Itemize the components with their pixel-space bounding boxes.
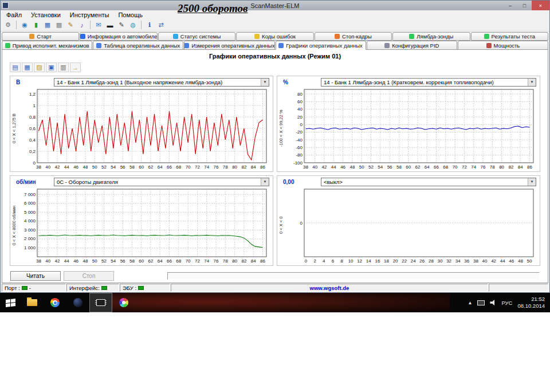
tab-vehicle-info[interactable]: Информация о автомобиле [80,32,157,41]
tab-label: Графики оперативных данных [286,42,363,49]
svg-text:0,4: 0,4 [29,138,36,143]
music-icon[interactable]: ♪ [77,20,87,30]
tab-actuators[interactable]: Привод исполнит. механизмов [2,41,92,50]
chat-icon[interactable]: ✉ [93,20,104,30]
tab-live-data-measure[interactable]: Измерения оперативных данных [184,41,274,50]
svg-text:68: 68 [443,164,448,170]
svg-text:76: 76 [481,164,486,170]
graphics-app-button[interactable] [112,293,135,312]
svg-text:86: 86 [527,164,532,170]
menu-item-2[interactable]: Инструменты [65,11,114,18]
volume-icon[interactable] [490,300,496,306]
svg-text:12: 12 [357,258,362,264]
chart-grid-icon[interactable]: ▦ [22,62,33,72]
svg-text:58: 58 [129,258,135,264]
chart-style-icon[interactable]: ▤ [10,62,21,72]
system-tray: ▲ РУС 21:52 08.10.2014 [468,296,550,310]
start-button[interactable] [0,293,21,312]
stop-button[interactable]: Стоп [64,271,114,281]
menu-item-0[interactable]: Файл [2,11,26,18]
tab-live-data-table[interactable]: Таблица оперативных данных [93,41,183,50]
scanmaster-app-icon [96,299,105,306]
calculator-icon[interactable]: ▩ [54,20,64,30]
pinned-apps [21,293,135,312]
save-icon[interactable]: ▣ [46,62,57,72]
display-icon[interactable]: ▬ [105,20,115,30]
menu-item-1[interactable]: Установки [26,11,65,18]
tab-label: Коды ошибок [262,33,296,40]
svg-text:58: 58 [396,164,402,170]
tab-live-data-graphs[interactable]: Графики оперативных данных [276,41,366,50]
connect-icon[interactable]: ▮ [31,20,41,30]
tab-power[interactable]: Мощность [458,41,548,50]
globe-icon[interactable]: ◉ [19,20,30,30]
svg-text:4: 4 [323,258,325,264]
chrome-icon [50,298,60,307]
handwritten-annotation: 2500 оборотов [178,2,248,15]
svg-text:38: 38 [303,164,308,170]
tab-label: Таблица оперативных данных [104,42,180,49]
chevron-down-icon[interactable]: ▼ [528,79,536,86]
chrome-button[interactable] [44,293,66,312]
svg-text:70: 70 [186,258,191,264]
svg-text:0: 0 [33,160,36,166]
svg-text:48: 48 [82,258,88,264]
svg-text:40: 40 [482,258,488,264]
tools-icon[interactable]: ⚙ [3,20,13,30]
svg-text:60: 60 [297,99,302,104]
tab-freeze-frames[interactable]: Стоп-кадры [315,32,392,41]
pid-select[interactable]: <выкл>▼ [321,178,536,186]
notes-icon[interactable]: ✎ [65,20,76,30]
tab-label: Стоп-кадры [342,33,372,40]
tab-start[interactable]: Старт [2,32,79,41]
svg-text:28: 28 [429,258,434,264]
pen-icon[interactable]: ✎ [116,20,127,30]
pid-select[interactable]: 14 - Банк 1 Лямбда-зонд 1 (Кратковрем. к… [321,78,536,87]
chevron-down-icon[interactable]: ▼ [261,178,269,186]
info-icon[interactable]: ℹ [144,20,155,30]
pid-select[interactable]: 0C - Обороты двигателя▼ [54,178,269,186]
svg-text:-40: -40 [296,138,302,143]
clock[interactable]: 21:52 08.10.2014 [517,296,545,310]
minimize-button[interactable]: – [503,1,517,10]
menu-item-3[interactable]: Помощь [113,11,147,18]
export-icon[interactable]: → [70,62,81,72]
chart-unit-label: 0,00 [277,179,321,185]
svg-text:72: 72 [195,164,200,170]
status-bar: Порт : - Интерфейс: ЭБУ : www.wgsoft.de [2,284,548,292]
tray-expand-icon[interactable]: ▲ [468,300,473,305]
chevron-down-icon[interactable]: ▼ [261,79,269,86]
windows-logo-icon [6,299,15,307]
toolbar-separator [16,21,17,29]
tab-test-results[interactable]: Результаты теста [471,32,548,41]
network-icon[interactable] [477,300,485,305]
website-link[interactable]: www.wgsoft.de [310,285,349,291]
tab-label: Информация о автомобиле [88,33,158,40]
close-button[interactable]: × [532,1,549,10]
language-indicator[interactable]: РУС [501,300,512,306]
tab-label: Лямбда-зонды [417,33,453,40]
tab-lambda-sensors[interactable]: Лямбда-зонды [392,32,470,41]
svg-text:44: 44 [64,258,69,264]
pid-select[interactable]: 14 - Банк 1 Лямбда-зонд 1 (Выходное напр… [54,78,269,87]
table-icon[interactable]: ▦ [42,20,53,30]
tab-system-status[interactable]: Статус системы [158,32,235,41]
chevron-down-icon[interactable]: ▼ [528,178,536,186]
tab-label: Статус системы [180,33,221,40]
tab-pid-config[interactable]: Конфигурация PID [367,41,457,50]
restore-button[interactable]: □ [517,1,532,10]
usb-icon[interactable]: ⇄ [156,20,166,30]
globe-small-icon[interactable]: ◍ [128,20,138,30]
open-icon[interactable]: ▨ [34,62,45,72]
svg-text:58: 58 [129,164,135,170]
file-explorer-button[interactable] [21,293,44,312]
browser-button[interactable] [66,293,89,312]
print-icon[interactable]: ▥ [58,62,69,72]
chart-toolbar: ▤▦▨▣▥→ [2,61,548,75]
read-button[interactable]: Читать [10,271,61,281]
window-title: ScanMaster-ELM [1,2,549,9]
scanmaster-app-button[interactable] [89,293,112,312]
tab-trouble-codes[interactable]: Коды ошибок [236,32,313,41]
svg-text:0: 0 [300,221,303,226]
svg-text:62: 62 [148,258,154,264]
